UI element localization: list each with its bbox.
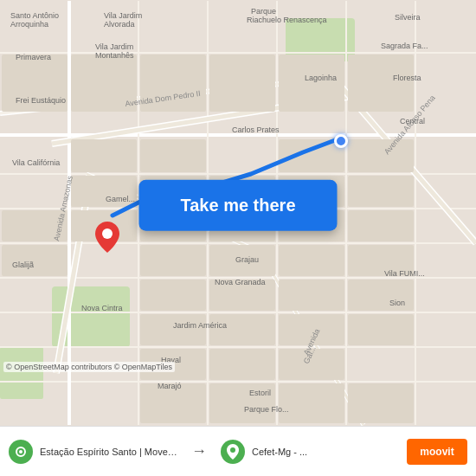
- svg-rect-55: [279, 245, 344, 276]
- svg-text:Jardim América: Jardim América: [173, 321, 227, 330]
- map-area[interactable]: Santo Antônio Arroquinha Vila Jardim Alv…: [0, 0, 476, 426]
- svg-rect-50: [348, 210, 414, 241]
- svg-rect-38: [140, 139, 206, 172]
- svg-rect-62: [209, 314, 275, 345]
- svg-text:Alvorada: Alvorada: [104, 20, 135, 29]
- svg-point-107: [102, 228, 113, 239]
- moovit-logo: moovit: [398, 439, 476, 465]
- svg-rect-34: [279, 55, 344, 112]
- svg-text:Santo Antônio: Santo Antônio: [10, 11, 59, 20]
- moovit-brand: moovit: [407, 439, 467, 465]
- svg-rect-45: [348, 176, 414, 207]
- svg-text:Montanhês: Montanhês: [95, 51, 134, 60]
- svg-text:Vila Califórnia: Vila Califórnia: [12, 158, 60, 167]
- svg-point-110: [230, 447, 235, 453]
- svg-rect-71: [348, 383, 414, 423]
- origin-label: Estação Espírito Santo | Move Metr...: [40, 447, 177, 457]
- svg-text:Parque: Parque: [251, 7, 276, 16]
- svg-text:Parque Flo...: Parque Flo...: [244, 405, 289, 414]
- svg-text:Glalijã: Glalijã: [12, 261, 34, 269]
- svg-text:Frei Eustáquio: Frei Eustáquio: [16, 96, 66, 105]
- svg-rect-59: [279, 280, 344, 311]
- svg-rect-37: [71, 139, 137, 172]
- svg-text:Vila FUMI...: Vila FUMI...: [384, 269, 425, 278]
- destination-icon: [221, 440, 245, 464]
- svg-rect-66: [209, 349, 275, 380]
- origin-section: Estação Espírito Santo | Move Metr...: [0, 433, 186, 471]
- svg-text:Grajau: Grajau: [235, 255, 259, 264]
- svg-text:Arroquinha: Arroquinha: [10, 20, 48, 29]
- svg-rect-53: [140, 245, 206, 276]
- svg-text:Vila Jardim: Vila Jardim: [95, 42, 133, 51]
- svg-text:Nova Granada: Nova Granada: [215, 278, 266, 286]
- svg-rect-61: [140, 314, 206, 345]
- svg-text:Sagrada Fa...: Sagrada Fa...: [381, 42, 428, 50]
- svg-text:Primavera: Primavera: [16, 53, 51, 61]
- origin-icon: [9, 440, 33, 464]
- svg-rect-40: [348, 139, 414, 172]
- destination-label: Cefet-Mg - ...: [252, 447, 307, 457]
- svg-rect-33: [209, 55, 275, 112]
- svg-rect-64: [348, 314, 414, 345]
- svg-text:Estoril: Estoril: [249, 389, 271, 397]
- svg-rect-70: [279, 383, 344, 423]
- svg-rect-57: [140, 280, 206, 311]
- svg-point-109: [19, 450, 23, 453]
- bottom-navigation-bar: Estação Espírito Santo | Move Metr... → …: [0, 426, 476, 476]
- svg-text:Marajó: Marajó: [158, 382, 182, 390]
- svg-text:Carlos Prates: Carlos Prates: [232, 125, 280, 134]
- destination-pin: [95, 222, 119, 253]
- svg-text:Vila Jardim: Vila Jardim: [104, 11, 142, 20]
- app-container: Santo Antônio Arroquinha Vila Jardim Alv…: [0, 0, 476, 476]
- svg-rect-35: [348, 55, 414, 112]
- map-attribution: © OpenStreetMap contributors © OpenMapTi…: [3, 362, 175, 372]
- origin-marker: [334, 134, 348, 148]
- svg-text:Riachuelo Renascença: Riachuelo Renascença: [247, 16, 327, 24]
- svg-text:Nova Cintra: Nova Cintra: [81, 304, 123, 312]
- svg-text:Lagoinha: Lagoinha: [305, 74, 337, 82]
- svg-text:Gamel...: Gamel...: [106, 195, 135, 203]
- direction-arrow: →: [186, 442, 212, 460]
- svg-text:Floresta: Floresta: [393, 74, 421, 82]
- svg-rect-2: [0, 347, 43, 399]
- destination-section: Cefet-Mg - ...: [212, 433, 398, 471]
- svg-text:Sion: Sion: [389, 299, 405, 307]
- take-me-there-button[interactable]: Take me there: [138, 180, 337, 231]
- svg-text:Silveira: Silveira: [395, 13, 421, 22]
